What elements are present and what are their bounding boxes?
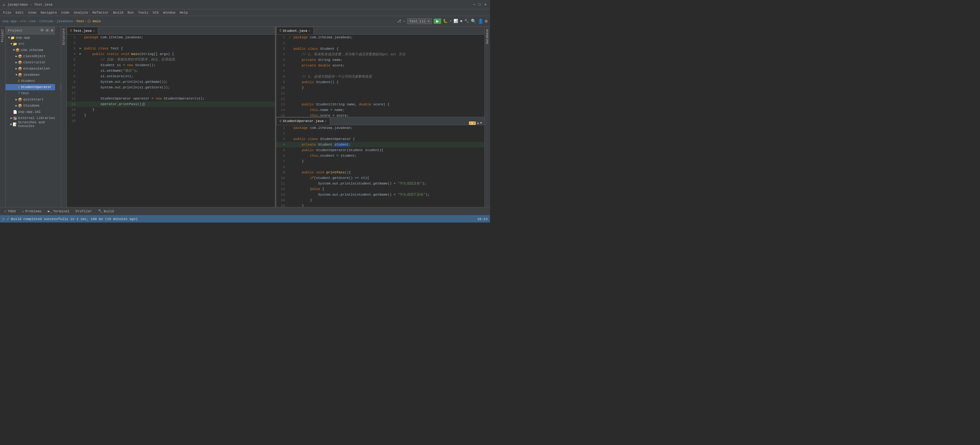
menu-refactor[interactable]: Refactor [91,10,111,15]
settings-icon[interactable]: ⚙ [485,19,487,24]
expand-icon-sc: ▶ [10,122,12,126]
database-tab[interactable]: Database [485,27,490,46]
coverage-button[interactable]: ⚡ [449,19,452,24]
breadcrumb-javabean[interactable]: javabean [57,19,73,23]
breadcrumb-oop[interactable]: oop-app [3,19,17,23]
user-icon[interactable]: 👤 [478,19,483,24]
debug-button[interactable]: 🐛 [443,19,448,24]
student-operator-code[interactable]: 1 package com.itheima.javabean; 2 [276,125,484,207]
menu-file[interactable]: File [1,10,13,15]
package-icon-enc: 📦 [18,67,22,71]
breadcrumb-com[interactable]: com [29,19,36,23]
expand-icon-co: ▶ [16,54,18,58]
tree-item-encapsulation[interactable]: ▶ 📦 encapsulation [6,65,61,72]
minimize-button[interactable]: ─ [472,3,476,7]
student-line-12: 12 [276,96,484,102]
maximize-button[interactable]: □ [477,3,482,7]
menu-run[interactable]: Run [126,10,135,15]
student-java-code[interactable]: 1 ✓ package com.itheima.javabean; 2 [276,35,484,117]
settings-panel-icon[interactable]: ⚙ [51,28,54,33]
profiler-tab[interactable]: Profiler [73,207,95,215]
tree-item-javabean[interactable]: ▼ 📦 javabean [6,72,61,78]
next-warning-icon[interactable]: ▼ [480,122,482,125]
sync-icon[interactable]: ⟳ [40,28,44,33]
menu-navigate[interactable]: Navigate [39,10,59,15]
code-line-9: 9 System.out.println(s1.getName()); [67,79,275,85]
todo-tab[interactable]: ✓ TODO [1,207,19,215]
code-line-6: 6 Student s1 = new Student(); [67,62,275,68]
right-bottom-tabs: C StudentOperator.java ✕ ⚠ 2 ▲ ▼ [276,117,484,125]
menu-window[interactable]: Window [161,10,177,15]
close-button[interactable]: ✕ [483,3,487,7]
menu-edit[interactable]: Edit [14,10,25,15]
line-col-indicator[interactable]: 16:14 [477,217,487,221]
vcs-icon[interactable]: ⎇ [397,19,401,24]
menu-tools[interactable]: Tools [136,10,150,15]
code-line-11: 11 [67,90,275,96]
close-test-tab[interactable]: ✕ [93,29,95,33]
tree-item-thisdemo[interactable]: ▶ 📦 thisdemo [6,103,61,109]
so-line-13: 13 System.out.println(student.getName() … [276,192,484,198]
run-config-dropdown[interactable]: Test (1) ▾ [407,18,432,24]
tree-item-scratches[interactable]: ▶ 📝 Scratches and Consoles [6,121,61,127]
menu-vcs[interactable]: VCS [151,10,161,15]
package-icon-com: 📦 [16,48,20,52]
bottom-tabs: ✓ TODO ⚠ Problems ▶_ Terminal Profiler 🔨… [0,207,490,215]
breadcrumb-itheima[interactable]: itheima [39,19,53,23]
student-line-6: 6 private double score; [276,63,484,68]
menu-build[interactable]: Build [111,10,125,15]
tree-item-iml[interactable]: 📄 oop-app.iml [6,109,61,115]
tab-test-java[interactable]: C Test.java ✕ [67,27,98,34]
project-tab[interactable]: Project [0,27,5,44]
code-line-12: 12 StudentOperator operator = new Studen… [67,96,275,101]
tree-item-quickstart[interactable]: ▶ 📦 quickstart [6,97,61,103]
todo-icon: ✓ [4,209,6,213]
student-line-10: 10 } [276,85,484,90]
tree-item-src[interactable]: ▼ 📂 src [6,41,61,47]
menu-help[interactable]: Help [178,10,189,15]
problems-tab[interactable]: ⚠ Problems [19,207,45,215]
close-so-tab[interactable]: ✕ [325,119,327,123]
tree-item-constructor[interactable]: ▶ 📦 constructor [6,59,61,65]
package-icon-qs: 📦 [18,98,22,102]
menu-view[interactable]: View [26,10,38,15]
run-button[interactable]: ▶ [434,19,441,24]
tree-item-student-operator[interactable]: C StudentOperator [6,84,61,90]
terminal-icon: ▶_ [48,209,52,213]
tree-item-classobject[interactable]: ▶ 📦 classObject [6,53,61,59]
prev-warning-icon[interactable]: ▲ [477,122,479,125]
breadcrumb-main[interactable]: ⬡ main [88,19,101,23]
tree-item-student[interactable]: C Student [6,78,61,84]
build-button[interactable]: 🔨 [465,19,469,24]
tab-student-operator[interactable]: C StudentOperator.java ✕ [276,117,330,125]
collapse-icon[interactable]: ⊟ [46,28,49,33]
close-student-tab[interactable]: ✕ [309,29,310,33]
tab-student-java[interactable]: C Student.java ✕ [276,27,314,34]
code-line-4: 4 ▶ public static void main(String[] arg… [67,51,275,57]
so-line-5: 5 public StudentOperator(Student student… [276,147,484,153]
left-side-tabs: Project [0,27,6,207]
tree-item-test[interactable]: T Test [6,90,61,97]
expand-icon-const: ▶ [16,60,18,64]
build-tab[interactable]: 🔨 Build [95,207,117,215]
breadcrumb-src[interactable]: src [20,19,26,23]
code-line-14: 14 } [67,107,275,112]
menu-code[interactable]: Code [59,10,71,15]
test-java-code[interactable]: 1 package com.itheima.javabean; 2 [67,35,275,207]
menubar: File Edit View Navigate Code Analyze Ref… [0,9,490,16]
tree-item-ext-libs[interactable]: ▶ 📚 External Libraries [6,115,61,121]
tree-item-oop-app[interactable]: ▼ 📁 oop-app [6,35,61,41]
breadcrumb-test[interactable]: Test [76,19,84,23]
expand-icon-enc: ▶ [16,67,18,70]
profile-button[interactable]: 📊 [453,19,458,24]
so-line-1: 1 package com.itheima.javabean; [276,125,484,131]
search-everywhere-button[interactable]: 🔍 [471,19,476,24]
structure-tab-label[interactable]: Structure [62,27,66,47]
ext-libs-icon: 📚 [13,116,18,120]
tab-icon-so: C [280,120,282,123]
tree-item-com-itheima[interactable]: ▼ 📦 com.itheima [6,47,61,53]
back-icon[interactable]: ← [403,19,405,24]
terminal-tab[interactable]: ▶_ Terminal [45,207,72,215]
menu-analyze[interactable]: Analyze [72,10,90,15]
stop-button[interactable]: ■ [460,19,462,24]
